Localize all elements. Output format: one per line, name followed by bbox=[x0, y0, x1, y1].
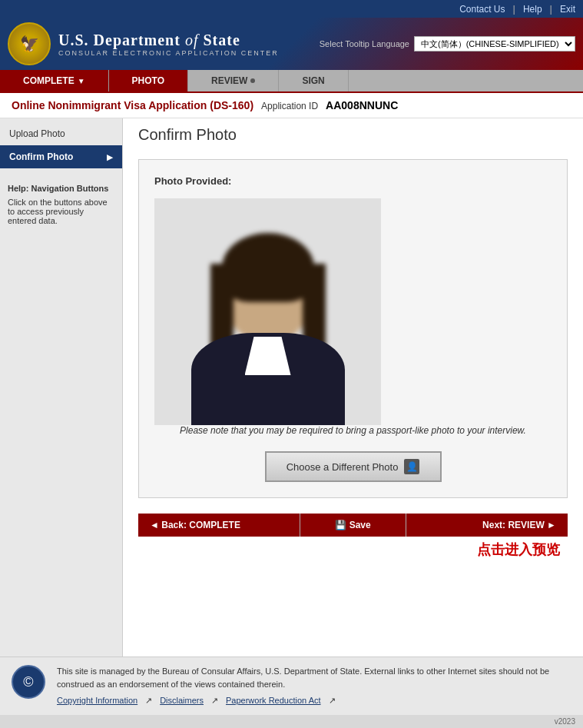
app-id-label: Application ID bbox=[261, 101, 318, 111]
app-id-value: AA008NNUNC bbox=[326, 99, 398, 111]
active-arrow-icon: ▶ bbox=[107, 153, 113, 161]
help-title: Help: Navigation Buttons bbox=[8, 184, 114, 193]
seal-icon: 🦅 bbox=[8, 22, 51, 65]
top-bar: Contact Us | Help | Exit bbox=[0, 0, 583, 18]
app-id-bar: Online Nonimmigrant Visa Application (DS… bbox=[0, 93, 583, 118]
review-dot bbox=[250, 78, 255, 83]
tab-complete[interactable]: COMPLETE ▼ bbox=[0, 70, 109, 91]
tooltip-label: Select Tooltip Language bbox=[320, 39, 409, 48]
help-link[interactable]: Help bbox=[523, 4, 542, 15]
nav-tabs: COMPLETE ▼ PHOTO REVIEW SIGN bbox=[0, 70, 583, 93]
app-title: Online Nonimmigrant Visa Application (DS… bbox=[12, 99, 253, 111]
copyright-link[interactable]: Copyright Information bbox=[57, 694, 137, 707]
tab-sign[interactable]: SIGN bbox=[279, 70, 348, 91]
footer: © This site is managed by the Bureau of … bbox=[0, 657, 583, 715]
help-description: Click on the buttons above to access pre… bbox=[8, 198, 114, 225]
choose-photo-container: Choose a Different Photo 👤 bbox=[154, 451, 552, 482]
help-box: Help: Navigation Buttons Click on the bu… bbox=[8, 184, 114, 225]
footer-body: This site is managed by the Bureau of Co… bbox=[57, 665, 571, 690]
passport-photo bbox=[154, 198, 381, 425]
language-dropdown[interactable]: 中文(简体）(CHINESE-SIMPLIFIED) bbox=[414, 36, 575, 52]
footer-version: v2023 bbox=[0, 715, 583, 728]
person-body bbox=[191, 333, 345, 425]
footer-links: Copyright Information ↗ Disclaimers ↗ Pa… bbox=[57, 694, 571, 707]
header-right: Select Tooltip Language 中文(简体）(CHINESE-S… bbox=[320, 36, 575, 52]
disclaimers-link[interactable]: Disclaimers bbox=[160, 694, 204, 707]
save-button[interactable]: 💾 Save bbox=[300, 514, 406, 537]
paperwork-link[interactable]: Paperwork Reduction Act bbox=[226, 694, 321, 707]
exit-link[interactable]: Exit bbox=[560, 4, 575, 15]
footer-text-block: This site is managed by the Bureau of Co… bbox=[57, 665, 571, 707]
page-title: Confirm Photo bbox=[138, 126, 568, 148]
person-hair-top bbox=[222, 233, 314, 302]
photo-note: Please note that you may be required to … bbox=[154, 425, 552, 436]
sidebar-item-upload-photo[interactable]: Upload Photo bbox=[0, 122, 122, 145]
header-left: 🦅 U.S. Department of State Consular Elec… bbox=[8, 22, 279, 65]
tab-photo[interactable]: PHOTO bbox=[109, 70, 188, 91]
language-selector[interactable]: Select Tooltip Language 中文(简体）(CHINESE-S… bbox=[320, 36, 575, 52]
complete-arrow: ▼ bbox=[78, 77, 85, 85]
dept-name: U.S. Department of State Consular Electr… bbox=[58, 32, 279, 57]
person-head bbox=[226, 241, 310, 341]
photo-section: Photo Provided: Please note that bbox=[138, 159, 568, 498]
dept-title: U.S. Department of State bbox=[58, 32, 279, 49]
person-figure bbox=[191, 241, 345, 425]
choose-different-photo-button[interactable]: Choose a Different Photo 👤 bbox=[265, 451, 442, 482]
sep1: | bbox=[513, 3, 515, 15]
footer-seal-icon: © bbox=[12, 665, 45, 699]
header: 🦅 U.S. Department of State Consular Elec… bbox=[0, 18, 583, 70]
sidebar-item-confirm-photo[interactable]: Confirm Photo ▶ bbox=[0, 145, 122, 168]
bottom-nav: ◄ Back: COMPLETE 💾 Save Next: REVIEW ► bbox=[138, 514, 568, 537]
photo-label: Photo Provided: bbox=[154, 175, 552, 187]
dept-subtitle: Consular Electronic Application Center bbox=[58, 49, 279, 57]
next-button[interactable]: Next: REVIEW ► bbox=[406, 514, 568, 537]
camera-icon: 👤 bbox=[404, 459, 419, 474]
sep2: | bbox=[550, 3, 552, 15]
sidebar: Upload Photo Confirm Photo ▶ Help: Navig… bbox=[0, 118, 123, 657]
tab-review[interactable]: REVIEW bbox=[188, 70, 279, 91]
main-content: Confirm Photo Photo Provided: bbox=[123, 118, 583, 657]
page-layout: Upload Photo Confirm Photo ▶ Help: Navig… bbox=[0, 118, 583, 657]
person-collar bbox=[245, 337, 291, 375]
contact-us-link[interactable]: Contact Us bbox=[459, 4, 505, 15]
preview-text[interactable]: 点击进入预览 bbox=[138, 537, 568, 563]
back-button[interactable]: ◄ Back: COMPLETE bbox=[138, 514, 300, 537]
